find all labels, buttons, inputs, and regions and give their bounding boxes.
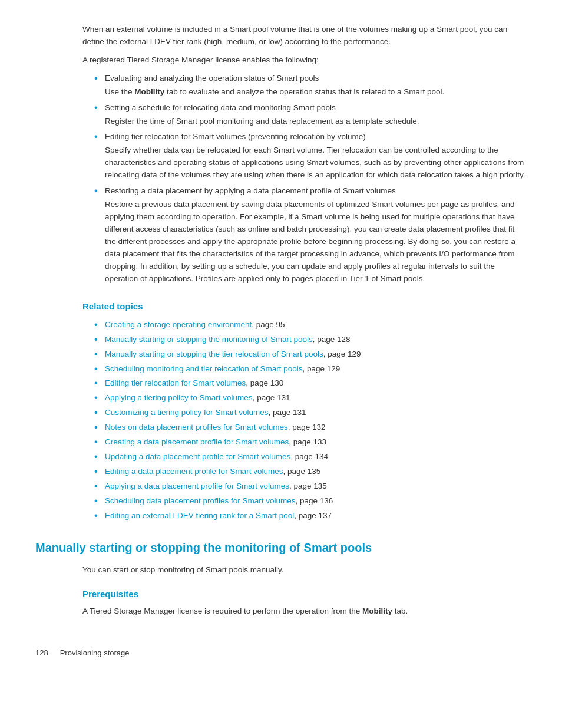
related-topic-link[interactable]: Scheduling data placement profiles for S… [105, 496, 295, 505]
related-topic-link[interactable]: Notes on data placement profiles for Sma… [105, 423, 288, 431]
prerequisites-text: A Tiered Storage Manager license is requ… [82, 605, 527, 618]
feature-list-item: Restoring a data placement by applying a… [94, 185, 527, 285]
related-topic-item: Applying a data placement profile for Sm… [94, 480, 527, 493]
related-topic-page: , page 133 [289, 437, 326, 446]
feature-item-sub: Use the Mobility tab to evaluate and ana… [105, 86, 527, 98]
related-topic-page: , page 129 [302, 364, 340, 373]
page-number: 128 [35, 647, 48, 659]
prereq-bold-word: Mobility [362, 607, 392, 615]
prereq-text-after: tab. [395, 607, 408, 615]
related-topic-link[interactable]: Editing a data placement profile for Sma… [105, 467, 283, 476]
related-topic-item: Applying a tiering policy to Smart volum… [94, 392, 527, 404]
related-topic-item: Notes on data placement profiles for Sma… [94, 421, 527, 434]
related-topic-page: , page 135 [283, 467, 320, 476]
related-topic-link[interactable]: Creating a storage operating environment [105, 320, 252, 329]
intro-para1: When an external volume is included in a… [82, 24, 527, 48]
related-topic-page: , page 130 [246, 378, 283, 387]
related-topic-link[interactable]: Scheduling monitoring and tier relocatio… [105, 364, 302, 373]
prerequisites-heading: Prerequisites [35, 587, 527, 601]
feature-item-sub: Restore a previous data placement by sav… [105, 199, 527, 285]
related-topic-page: , page 128 [313, 335, 351, 344]
feature-list-item: Evaluating and analyzing the operation s… [94, 73, 527, 98]
feature-item-main: Evaluating and analyzing the operation s… [105, 74, 319, 83]
related-topic-link[interactable]: Applying a tiering policy to Smart volum… [105, 393, 253, 402]
feature-item-main: Restoring a data placement by applying a… [105, 186, 396, 195]
manually-section-intro: You can start or stop monitoring of Smar… [82, 564, 527, 577]
related-topics-heading: Related topics [82, 299, 527, 313]
related-topic-item: Creating a data placement profile for Sm… [94, 436, 527, 449]
manually-section: Manually starting or stopping the monito… [35, 539, 527, 618]
related-topic-page: , page 131 [253, 393, 290, 402]
feature-list-item: Setting a schedule for relocating data a… [94, 102, 527, 128]
feature-item-main: Editing tier relocation for Smart volume… [105, 132, 366, 141]
feature-item-sub: Register the time of Smart pool monitori… [105, 116, 527, 128]
related-topic-item: Editing an external LDEV tiering rank fo… [94, 510, 527, 522]
related-topic-page: , page 134 [290, 452, 328, 461]
related-topic-page: , page 135 [289, 482, 327, 490]
related-topics-section: Related topics Creating a storage operat… [35, 299, 527, 522]
intro-para2: A registered Tiered Storage Manager lice… [82, 54, 527, 67]
related-topic-page: , page 137 [294, 511, 332, 520]
feature-item-main: Setting a schedule for relocating data a… [105, 103, 336, 112]
prereq-text-before: A Tiered Storage Manager license is requ… [82, 607, 360, 615]
related-topic-page: , page 136 [295, 496, 333, 505]
related-topic-link[interactable]: Applying a data placement profile for Sm… [105, 482, 289, 490]
related-topic-page: , page 131 [269, 408, 306, 417]
footer: 128 Provisioning storage [35, 641, 527, 659]
related-topic-item: Editing tier relocation for Smart volume… [94, 377, 527, 390]
related-topic-link[interactable]: Editing tier relocation for Smart volume… [105, 378, 246, 387]
manually-section-heading: Manually starting or stopping the monito… [35, 539, 527, 557]
feature-list-item: Editing tier relocation for Smart volume… [94, 131, 527, 182]
related-topic-item: Updating a data placement profile for Sm… [94, 451, 527, 463]
related-topic-item: Scheduling monitoring and tier relocatio… [94, 363, 527, 375]
feature-item-sub: Specify whether data can be relocated fo… [105, 144, 527, 182]
related-topic-page: , page 95 [252, 320, 285, 329]
related-topic-item: Customizing a tiering policy for Smart v… [94, 407, 527, 419]
related-topic-link[interactable]: Manually starting or stopping the monito… [105, 335, 313, 344]
related-topic-page: , page 132 [288, 423, 326, 431]
related-topic-item: Scheduling data placement profiles for S… [94, 495, 527, 508]
page-wrapper: When an external volume is included in a… [35, 24, 527, 659]
related-topic-link[interactable]: Customizing a tiering policy for Smart v… [105, 408, 269, 417]
related-topic-link[interactable]: Manually starting or stopping the tier r… [105, 350, 323, 358]
related-topic-link[interactable]: Creating a data placement profile for Sm… [105, 437, 289, 446]
related-topic-item: Manually starting or stopping the monito… [94, 334, 527, 346]
related-topic-item: Creating a storage operating environment… [94, 319, 527, 331]
page-label: Provisioning storage [60, 647, 130, 659]
related-topic-item: Manually starting or stopping the tier r… [94, 348, 527, 361]
feature-list: Evaluating and analyzing the operation s… [94, 73, 527, 285]
related-topics-list: Creating a storage operating environment… [94, 319, 527, 522]
related-topic-link[interactable]: Updating a data placement profile for Sm… [105, 452, 290, 461]
related-topic-link[interactable]: Editing an external LDEV tiering rank fo… [105, 511, 294, 520]
related-topic-item: Editing a data placement profile for Sma… [94, 466, 527, 478]
intro-section: When an external volume is included in a… [35, 24, 527, 285]
related-topic-page: , page 129 [323, 350, 361, 358]
